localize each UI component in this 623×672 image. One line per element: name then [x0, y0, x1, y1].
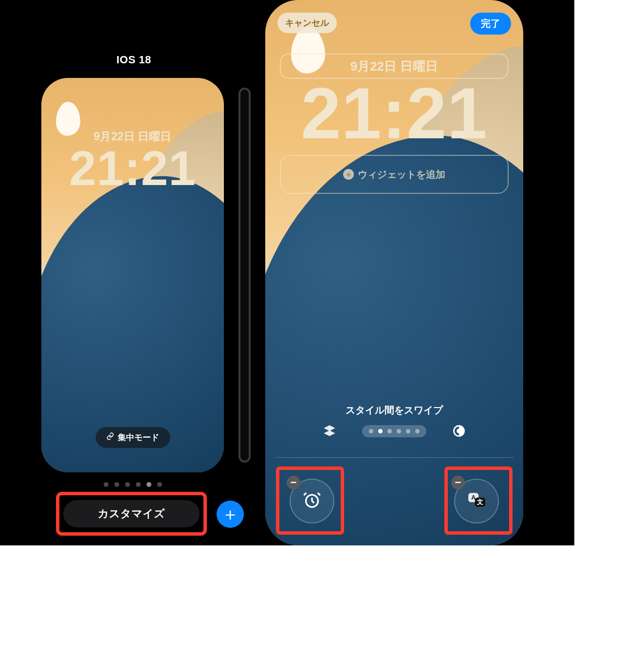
- wallpaper-prev-peek[interactable]: [0, 78, 24, 472]
- quick-action-left[interactable]: −: [290, 479, 334, 523]
- add-widget-label: ウィジェットを追加: [358, 168, 445, 181]
- wallpaper-next-peek[interactable]: [238, 88, 251, 463]
- style-page-dots[interactable]: [362, 425, 426, 437]
- add-widget-slot[interactable]: ＋ ウィジェットを追加: [280, 155, 509, 194]
- done-button[interactable]: 完了: [470, 13, 511, 35]
- color-filter-button[interactable]: [452, 424, 466, 438]
- plus-icon: ＋: [343, 169, 354, 180]
- page-dot: [125, 482, 130, 487]
- gallery-page-dots: [0, 482, 265, 487]
- highlight-annotation: カスタマイズ: [56, 492, 207, 536]
- svg-point-1: [458, 429, 461, 433]
- style-dot: [387, 429, 392, 433]
- customize-button[interactable]: カスタマイズ: [63, 500, 200, 527]
- focus-mode-button[interactable]: 集中モード: [95, 427, 170, 448]
- translate-icon: A 文: [466, 490, 487, 512]
- svg-text:文: 文: [476, 498, 483, 505]
- alarm-icon: [302, 490, 322, 512]
- style-swipe-label: スタイル間をスワイプ: [346, 404, 443, 417]
- style-dot: [378, 429, 383, 433]
- page-dot: [114, 482, 119, 487]
- lock-time: 21:21: [41, 140, 224, 196]
- depth-layers-button[interactable]: [322, 424, 337, 438]
- remove-button[interactable]: −: [451, 476, 465, 489]
- page-dot: [157, 482, 162, 487]
- add-wallpaper-button[interactable]: ＋: [217, 501, 244, 528]
- focus-mode-label: 集中モード: [118, 432, 159, 443]
- os-version-label: IOS 18: [83, 54, 185, 66]
- style-dot: [415, 429, 420, 433]
- page-dot: [147, 482, 151, 487]
- lockscreen-editor: キャンセル 完了 9月22日 日曜日 21:21 ＋ ウィジェットを追加 スタイ…: [265, 0, 523, 545]
- remove-button[interactable]: −: [287, 476, 300, 489]
- lockscreen-preview[interactable]: 9月22日 日曜日 21:21 集中モード: [41, 78, 224, 472]
- quick-action-right[interactable]: − A 文: [454, 479, 499, 523]
- plus-icon: ＋: [221, 503, 239, 526]
- link-icon: [106, 432, 114, 443]
- time-widget-slot[interactable]: 21:21: [265, 75, 523, 151]
- style-dot: [406, 429, 410, 433]
- style-dot: [397, 429, 401, 433]
- divider: [275, 457, 513, 458]
- style-dot: [369, 429, 373, 433]
- page-dot: [136, 482, 141, 487]
- page-dot: [104, 482, 109, 487]
- cancel-button[interactable]: キャンセル: [277, 13, 337, 33]
